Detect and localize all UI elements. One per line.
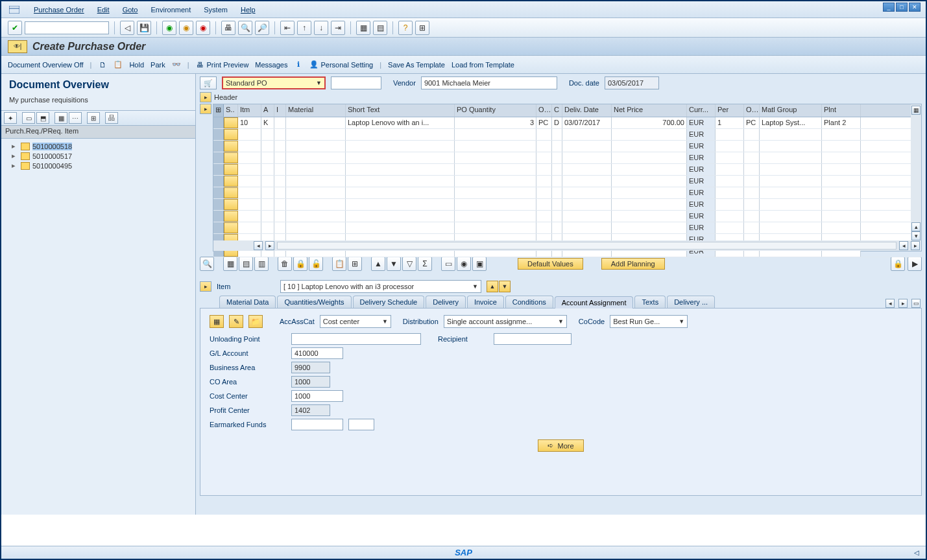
per-cell[interactable] — [716, 187, 744, 198]
opu-cell[interactable]: PC — [744, 117, 760, 128]
curr-cell[interactable]: EUR — [687, 129, 716, 140]
shortcut-button[interactable]: ▤ — [373, 21, 387, 35]
enter-button[interactable]: ✔ — [8, 21, 22, 35]
col-currency[interactable]: Curr... — [687, 104, 716, 117]
qty-cell[interactable] — [455, 129, 536, 140]
per-cell[interactable] — [716, 164, 744, 175]
plnt-cell[interactable] — [822, 164, 861, 175]
matgrp-cell[interactable] — [760, 164, 822, 175]
price-cell[interactable] — [612, 211, 687, 222]
row-selector[interactable] — [213, 117, 224, 128]
qty-cell[interactable] — [455, 164, 536, 175]
itm-cell[interactable] — [238, 152, 261, 163]
sb-more-icon[interactable]: ⋯ — [69, 112, 82, 124]
i-cell[interactable] — [274, 129, 286, 140]
status-cell[interactable] — [224, 129, 238, 140]
material-cell[interactable] — [286, 141, 346, 152]
qty-cell[interactable] — [455, 199, 536, 210]
row-selector[interactable] — [213, 199, 224, 210]
expand-header-button[interactable]: ▸ — [200, 92, 211, 102]
scroll-left2-icon[interactable]: ◂ — [899, 241, 908, 250]
tb12-icon[interactable]: ▶ — [908, 257, 922, 271]
find-button[interactable]: 🔍 — [238, 21, 252, 35]
oun-cell[interactable] — [536, 176, 552, 187]
scroll-down-icon[interactable]: ▾ — [911, 231, 921, 240]
col-per[interactable]: Per — [716, 104, 744, 117]
tab-list-icon[interactable]: ▭ — [911, 299, 921, 308]
last-page-button[interactable]: ⇥ — [331, 21, 345, 35]
hold-button[interactable]: Hold — [129, 61, 144, 69]
col-quantity[interactable]: PO Quantity — [455, 104, 536, 117]
deliv-cell[interactable] — [562, 152, 612, 163]
row-selector[interactable] — [213, 164, 224, 175]
sort-desc-icon[interactable]: ▼ — [387, 257, 401, 271]
c-cell[interactable] — [552, 141, 562, 152]
table-row[interactable]: EUR — [213, 152, 921, 164]
addl-planning-button[interactable]: Addl Planning — [601, 258, 665, 270]
opu-cell[interactable] — [744, 176, 760, 187]
curr-cell[interactable]: EUR — [687, 117, 716, 128]
tab-texts[interactable]: Texts — [634, 296, 666, 308]
tree-item[interactable]: ▸5010000517 — [5, 151, 191, 161]
plnt-cell[interactable] — [822, 152, 861, 163]
short-text-cell[interactable] — [346, 222, 455, 233]
a-cell[interactable] — [261, 164, 274, 175]
sb-layout-icon[interactable]: ⊞ — [87, 112, 100, 124]
plnt-cell[interactable] — [822, 187, 861, 198]
short-text-cell[interactable] — [346, 141, 455, 152]
status-cell[interactable] — [224, 152, 238, 163]
price-cell[interactable] — [612, 222, 687, 233]
matgrp-cell[interactable] — [760, 141, 822, 152]
qty-cell[interactable]: 3 — [455, 117, 536, 128]
col-status[interactable]: S.. — [224, 104, 238, 117]
price-cell[interactable] — [612, 164, 687, 175]
curr-cell[interactable]: EUR — [687, 211, 716, 222]
scroll-left-icon[interactable]: ◂ — [254, 241, 263, 250]
short-text-cell[interactable] — [346, 152, 455, 163]
itm-cell[interactable] — [238, 187, 261, 198]
select-all-icon[interactable]: ⊞ — [213, 104, 224, 117]
detail-icon[interactable]: 🔍 — [200, 257, 214, 271]
c-cell[interactable] — [552, 222, 562, 233]
menu-system-icon[interactable] — [8, 5, 21, 15]
oun-cell[interactable] — [536, 129, 552, 140]
print-preview-button[interactable]: 🖶Print Preview — [196, 60, 249, 69]
tb9-icon[interactable]: ◉ — [457, 257, 471, 271]
oun-cell[interactable] — [536, 152, 552, 163]
row-selector[interactable] — [213, 141, 224, 152]
layout-button[interactable]: ⊞ — [415, 21, 429, 35]
a-cell[interactable] — [261, 141, 274, 152]
price-cell[interactable] — [612, 187, 687, 198]
tb8-icon[interactable]: ▭ — [441, 257, 455, 271]
row-selector[interactable] — [213, 211, 224, 222]
tab-account-assignment[interactable]: Account Assignment — [555, 296, 634, 309]
tb3-icon[interactable]: ▥ — [254, 257, 269, 271]
sb-details-icon[interactable]: ▦ — [54, 112, 67, 124]
menu-system[interactable]: System — [204, 6, 228, 14]
i-cell[interactable] — [274, 211, 286, 222]
itm-cell[interactable] — [238, 199, 261, 210]
itm-cell[interactable] — [238, 176, 261, 187]
table-row[interactable]: 10KLaptop Lenovo with an i...3PCD03/07/2… — [213, 117, 921, 129]
material-cell[interactable] — [286, 117, 346, 128]
scroll-track[interactable] — [277, 242, 897, 250]
itm-cell[interactable] — [238, 141, 261, 152]
sb-hierarchy-icon[interactable]: 品 — [105, 112, 118, 124]
plnt-cell[interactable]: Plant 2 — [822, 117, 861, 128]
qty-cell[interactable] — [455, 152, 536, 163]
folder-icon[interactable]: 📁 — [248, 315, 263, 328]
per-cell[interactable]: 1 — [716, 117, 744, 128]
table-row[interactable]: EUR — [213, 199, 921, 211]
row-selector[interactable] — [213, 187, 224, 198]
price-cell[interactable]: 700.00 — [612, 117, 687, 128]
personal-setting-button[interactable]: 👤Personal Setting — [309, 60, 373, 69]
doc-overview-toggle[interactable]: Document Overview Off — [8, 61, 84, 69]
c-cell[interactable] — [552, 129, 562, 140]
tab-prev-icon[interactable]: ◂ — [885, 299, 895, 308]
short-text-cell[interactable] — [346, 176, 455, 187]
tab-delivery-[interactable]: Delivery ... — [667, 296, 715, 308]
curr-cell[interactable]: EUR — [687, 152, 716, 163]
row-selector[interactable] — [213, 129, 224, 140]
matgrp-cell[interactable] — [760, 199, 822, 210]
material-cell[interactable] — [286, 199, 346, 210]
